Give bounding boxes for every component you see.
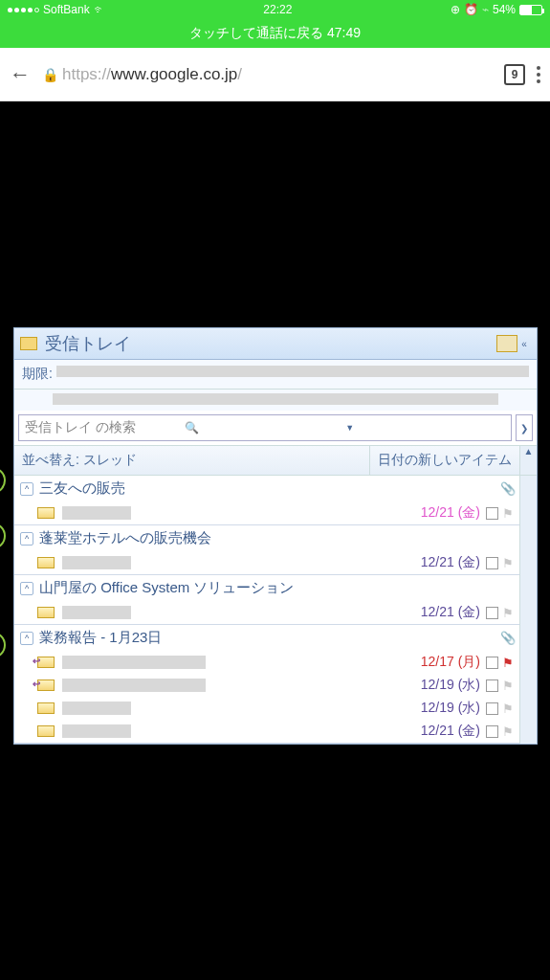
sort-header[interactable]: 並べ替え: スレッド 日付の新しいアイテム ▲ [14, 445, 537, 476]
message-date: 12/19 (水) [421, 677, 480, 694]
redacted-sender [62, 606, 131, 619]
call-return-bar[interactable]: タッチして通話に戻る 47:49 [0, 19, 550, 48]
annotation-circle-2: 2 [0, 523, 6, 549]
checkbox[interactable] [486, 679, 498, 692]
flag-icon[interactable]: ⚑ [502, 702, 516, 716]
search-icon[interactable]: 🔍 [185, 421, 344, 434]
thread-list: ^三友への販売📎12/21 (金)⚑^蓬莱堂ホテルへの販売機会12/21 (金)… [14, 476, 537, 744]
inbox-header: 受信トレイ « [14, 328, 537, 360]
search-dropdown[interactable]: ▼ [345, 423, 505, 433]
address-bar[interactable]: 🔒 https://www.google.co.jp/ [42, 65, 493, 84]
battery-percent: 54% [493, 3, 516, 16]
message-row[interactable]: 12/19 (水)⚑ [14, 674, 537, 697]
deadline-row: 期限: [14, 360, 537, 390]
message-date: 12/21 (金) [421, 604, 480, 621]
collapse-icon[interactable]: ^ [20, 582, 33, 595]
collapse-icon[interactable]: ^ [20, 532, 33, 546]
expand-search[interactable]: ❯ [516, 414, 533, 441]
flag-icon[interactable]: ⚑ [502, 679, 516, 693]
redacted-sender [62, 556, 131, 569]
envelope-icon [37, 679, 55, 691]
sort-by[interactable]: 並べ替え: スレッド [14, 446, 370, 475]
message-date: 12/17 (月) [421, 654, 480, 671]
message-date: 12/19 (水) [421, 700, 480, 717]
annotation-circle-1: 1 [0, 467, 6, 494]
sort-order[interactable]: 日付の新しいアイテム [370, 446, 519, 475]
flag-icon[interactable]: ⚑ [502, 606, 516, 620]
message-row[interactable]: 12/19 (水)⚑ [14, 697, 537, 720]
search-input[interactable]: 受信トレイ の検索 🔍 ▼ [18, 414, 512, 441]
message-date: 12/21 (金) [421, 723, 480, 740]
inbox-title: 受信トレイ [45, 332, 495, 355]
message-row[interactable]: 12/21 (金)⚑ [14, 720, 537, 743]
collapse-icon[interactable]: ^ [20, 482, 33, 496]
back-button[interactable]: ← [10, 62, 31, 87]
flag-icon[interactable]: ⚑ [502, 556, 516, 570]
thread-subject: 山門屋の Office System ソリューション [39, 579, 294, 597]
redacted-text [56, 366, 529, 377]
checkbox[interactable] [486, 557, 498, 569]
envelope-icon [37, 607, 55, 618]
alarm-icon: ⏰ [464, 3, 478, 16]
menu-button[interactable] [537, 66, 540, 83]
flag-icon[interactable]: ⚑ [502, 656, 516, 670]
redacted-sender [62, 679, 206, 692]
redacted-sender [62, 702, 131, 715]
checkbox[interactable] [486, 507, 498, 520]
status-bar: SoftBank ᯤ 22:22 ⊕ ⏰ ⌁ 54% [0, 0, 550, 19]
browser-toolbar: ← 🔒 https://www.google.co.jp/ 9 [0, 48, 550, 101]
thread[interactable]: ^山門屋の Office System ソリューション12/21 (金)⚑ [14, 575, 537, 625]
expand-button[interactable]: « [517, 339, 531, 349]
message-row[interactable]: 12/21 (金)⚑ [14, 551, 537, 574]
clock: 22:22 [263, 3, 292, 16]
message-row[interactable]: 12/21 (金)⚑ [14, 501, 537, 524]
message-row[interactable]: 12/17 (月)⚑ [14, 651, 537, 674]
checkbox[interactable] [486, 702, 498, 715]
carrier: SoftBank [43, 3, 90, 16]
envelope-icon [37, 725, 55, 737]
signal-dots [8, 8, 39, 12]
deadline-label: 期限: [22, 366, 53, 383]
redacted-text [53, 393, 498, 405]
call-return-text: タッチして通話に戻る 47:49 [189, 25, 361, 42]
scrollbar[interactable] [519, 476, 537, 744]
battery-icon [519, 5, 542, 15]
outlook-panel: 1 2 3 受信トレイ « 期限: 受信トレイ の検索 🔍 ▼ ❯ 並べ替え: … [13, 327, 538, 745]
lock-icon: ⊕ [451, 3, 460, 16]
thread-subject: 業務報告 - 1月23日 [39, 629, 162, 647]
flag-icon[interactable]: ⚑ [502, 506, 516, 521]
annotation-circle-3: 3 [0, 632, 6, 658]
message-row[interactable]: 12/21 (金)⚑ [14, 601, 537, 624]
search-placeholder: 受信トレイ の検索 [25, 419, 185, 436]
envelope-icon [37, 557, 55, 568]
checkbox[interactable] [486, 657, 498, 669]
collapse-icon[interactable]: ^ [20, 632, 33, 645]
thread[interactable]: ^三友への販売📎12/21 (金)⚑ [14, 476, 537, 525]
thread[interactable]: ^蓬莱堂ホテルへの販売機会12/21 (金)⚑ [14, 525, 537, 575]
flag-icon[interactable]: ⚑ [502, 724, 516, 739]
thread[interactable]: ^業務報告 - 1月23日📎12/17 (月)⚑12/19 (水)⚑12/19 … [14, 625, 537, 744]
lock-icon: 🔒 [42, 67, 58, 82]
attachment-icon: 📎 [500, 631, 516, 645]
thread-subject: 蓬莱堂ホテルへの販売機会 [39, 529, 211, 547]
redacted-sender [62, 506, 131, 520]
attachment-icon: 📎 [500, 481, 516, 496]
envelope-icon [37, 657, 55, 668]
message-date: 12/21 (金) [421, 504, 480, 522]
redacted-sender [62, 656, 206, 669]
wifi-icon: ᯤ [94, 3, 105, 16]
checkbox[interactable] [486, 725, 498, 738]
checkbox[interactable] [486, 607, 498, 619]
message-date: 12/21 (金) [421, 554, 480, 571]
envelope-icon [37, 702, 55, 714]
header-action[interactable] [496, 335, 517, 352]
folder-icon [20, 337, 37, 350]
envelope-icon [37, 507, 55, 519]
thread-subject: 三友への販売 [39, 479, 125, 498]
scroll-up[interactable]: ▲ [519, 446, 537, 475]
bluetooth-icon: ⌁ [482, 3, 489, 16]
redacted-sender [62, 724, 131, 738]
tabs-button[interactable]: 9 [504, 64, 525, 85]
